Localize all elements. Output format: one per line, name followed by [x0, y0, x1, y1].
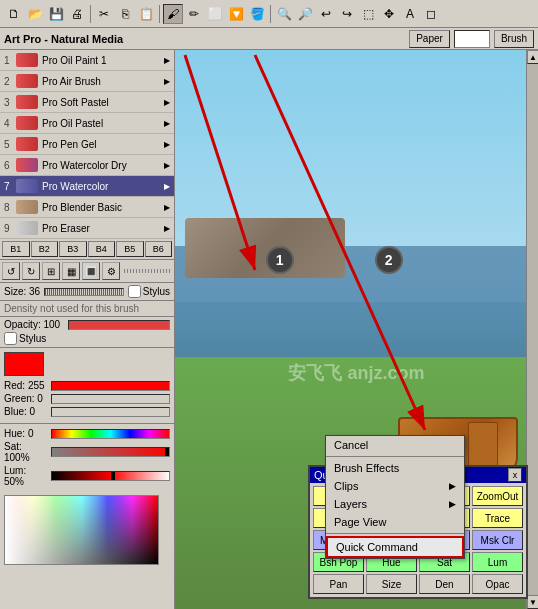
ctx-brush-effects[interactable]: Brush Effects [326, 459, 464, 477]
zoom-out-button[interactable]: 🔎 [295, 4, 315, 24]
b5-button[interactable]: B5 [116, 241, 144, 257]
color-picker[interactable] [4, 495, 159, 565]
color-swatch[interactable] [4, 352, 44, 376]
ctx-layers[interactable]: Layers ▶ [326, 495, 464, 513]
select-button[interactable]: ⬚ [358, 4, 378, 24]
qc-size[interactable]: Size [366, 574, 417, 594]
pen-button[interactable]: ✏ [184, 4, 204, 24]
opacity-fill [69, 321, 169, 329]
brush-item-5[interactable]: 5 Pro Pen Gel ▶ [0, 134, 174, 155]
brush-item-7[interactable]: 7 Pro Watercolor ▶ [0, 176, 174, 197]
copy-button[interactable]: ⎘ [115, 4, 135, 24]
brush-tool-1[interactable]: ↺ [2, 262, 20, 280]
qc-opac[interactable]: Opac [472, 574, 523, 594]
blue-slider[interactable] [51, 407, 170, 417]
save-button[interactable]: 💾 [46, 4, 66, 24]
artpro-label: Art Pro - Natural Media [4, 33, 123, 45]
undo-button[interactable]: ↩ [316, 4, 336, 24]
brush-item-2[interactable]: 2 Pro Air Brush ▶ [0, 71, 174, 92]
opacity-slider[interactable] [68, 320, 170, 330]
new-button[interactable]: 🗋 [4, 4, 24, 24]
green-label: Green: 0 [4, 393, 49, 404]
context-menu: Cancel Brush Effects Clips ▶ Layers ▶ Pa… [325, 435, 465, 559]
stylus-checkbox2[interactable] [4, 332, 17, 345]
qc-msk-clr[interactable]: Msk Clr [472, 530, 523, 550]
ctx-page-view[interactable]: Page View [326, 513, 464, 531]
eraser-button[interactable]: ⬜ [205, 4, 225, 24]
brush-icon-1 [16, 53, 38, 67]
brush-tool-4[interactable]: ▦ [62, 262, 80, 280]
stylus-checkbox[interactable] [128, 285, 141, 298]
brush-icon-5 [16, 137, 38, 151]
scroll-down-button[interactable]: ▼ [527, 595, 538, 609]
qc-lum[interactable]: Lum [472, 552, 523, 572]
qc-zoomout[interactable]: ZoomOut [472, 486, 523, 506]
scroll-track[interactable] [527, 64, 538, 595]
brush-item-1[interactable]: 1 Pro Oil Paint 1 ▶ [0, 50, 174, 71]
paper-input[interactable] [454, 30, 490, 48]
qc-close-button[interactable]: x [508, 468, 522, 482]
brush-btn-row: B1 B2 B3 B4 B5 B6 [0, 239, 174, 260]
brush-button[interactable]: Brush [494, 30, 534, 48]
b4-button[interactable]: B4 [88, 241, 116, 257]
scroll-up-button[interactable]: ▲ [527, 50, 538, 64]
shape-button[interactable]: ◻ [421, 4, 441, 24]
b2-button[interactable]: B2 [31, 241, 59, 257]
brush-item-3[interactable]: 3 Pro Soft Pastel ▶ [0, 92, 174, 113]
red-fill [52, 382, 169, 390]
brush-tool-6[interactable]: ⚙ [102, 262, 120, 280]
print-button[interactable]: 🖨 [67, 4, 87, 24]
qc-trace[interactable]: Trace [472, 508, 523, 528]
qc-pan[interactable]: Pan [313, 574, 364, 594]
brush-tools: ↺ ↻ ⊞ ▦ 🔳 ⚙ [0, 260, 174, 283]
move-button[interactable]: ✥ [379, 4, 399, 24]
size-row: Size: 36 Stylus [0, 283, 174, 301]
toolbar: 🗋 📂 💾 🖨 ✂ ⎘ 📋 🖌 ✏ ⬜ 🔽 🪣 🔍 🔎 ↩ ↪ ⬚ ✥ A ◻ [0, 0, 538, 28]
hue-label: Hue: 0 [4, 428, 49, 439]
brush-item-8[interactable]: 8 Pro Blender Basic ▶ [0, 197, 174, 218]
brush-item-9[interactable]: 9 Pro Eraser ▶ [0, 218, 174, 239]
lum-thumb [111, 472, 115, 480]
zoom-in-button[interactable]: 🔍 [274, 4, 294, 24]
red-slider[interactable] [51, 381, 170, 391]
sat-slider[interactable] [51, 447, 170, 457]
size-slider[interactable] [44, 288, 124, 296]
opacity-section: Opacity: 100 Stylus [0, 317, 174, 348]
brush-icon-2 [16, 74, 38, 88]
canvas-area[interactable]: 安飞飞 anjz.com 1 2 ▲ ▼ [175, 50, 538, 609]
color-section: Red: 255 Green: 0 Blue: 0 [0, 348, 174, 424]
brush-tool-3[interactable]: ⊞ [42, 262, 60, 280]
brush-list: 1 Pro Oil Paint 1 ▶ 2 Pro Air Brush ▶ 3 … [0, 50, 174, 239]
brush-tool-2[interactable]: ↻ [22, 262, 40, 280]
b6-button[interactable]: B6 [145, 241, 173, 257]
sat-label: Sat: 100% [4, 441, 49, 463]
blue-label: Blue: 0 [4, 406, 49, 417]
cut-button[interactable]: ✂ [94, 4, 114, 24]
fill-button[interactable]: 🪣 [247, 4, 267, 24]
red-label: Red: 255 [4, 380, 49, 391]
paper-button[interactable]: Paper [409, 30, 450, 48]
brush-item-4[interactable]: 4 Pro Oil Pastel ▶ [0, 113, 174, 134]
brush-item-6[interactable]: 6 Pro Watercolor Dry ▶ [0, 155, 174, 176]
open-button[interactable]: 📂 [25, 4, 45, 24]
redo-button[interactable]: ↪ [337, 4, 357, 24]
brush-tool-button[interactable]: 🖌 [163, 4, 183, 24]
b3-button[interactable]: B3 [59, 241, 87, 257]
opacity-label: Opacity: 100 [4, 319, 64, 330]
qc-den[interactable]: Den [419, 574, 470, 594]
hsl-section: Hue: 0 Sat: 100% Lum: 50% [0, 424, 174, 493]
stylus-check: Stylus [128, 285, 170, 298]
lum-slider[interactable] [51, 471, 170, 481]
paste-button[interactable]: 📋 [136, 4, 156, 24]
ctx-clips[interactable]: Clips ▶ [326, 477, 464, 495]
text-button[interactable]: A [400, 4, 420, 24]
brush-tool-5[interactable]: 🔳 [82, 262, 100, 280]
b1-button[interactable]: B1 [2, 241, 30, 257]
green-slider[interactable] [51, 394, 170, 404]
color-picker-button[interactable]: 🔽 [226, 4, 246, 24]
ctx-cancel[interactable]: Cancel [326, 436, 464, 454]
lum-label: Lum: 50% [4, 465, 49, 487]
brush-icon-8 [16, 200, 38, 214]
ctx-quick-command[interactable]: Quick Command [326, 536, 464, 558]
hue-slider[interactable] [51, 429, 170, 439]
